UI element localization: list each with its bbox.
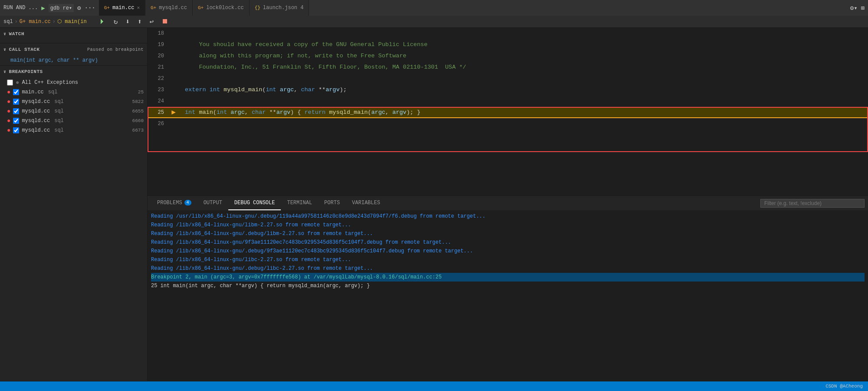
breakpoint-path-5: sql (54, 127, 64, 133)
code-line-23: 23 extern int mysqld_main(int argc, char… (148, 84, 868, 96)
debug-output-line-1: Reading /lib/x86_64-linux-gnu/libm-2.27.… (151, 221, 865, 229)
tab-launch-json[interactable]: {} launch.json 4 (250, 0, 309, 16)
debug-output-line-6: Reading /lib/x86_64-linux-gnu/.debug/lib… (151, 264, 865, 273)
call-stack-label: CALL STACK (9, 47, 40, 52)
line-number-20: 20 (148, 50, 169, 62)
breakpoint-check-2[interactable] (13, 99, 19, 105)
debug-filter-input[interactable] (760, 199, 865, 208)
debug-step-out-button[interactable]: ⬆ (136, 17, 144, 27)
breakpoint-item-5[interactable]: ● mysqld.cc sql 6673 (0, 126, 147, 135)
debug-output-line-5: Reading /lib/x86_64-linux-gnu/libc-2.27.… (151, 255, 865, 264)
breakpoint-check-4[interactable] (13, 118, 19, 124)
line-number-18: 18 (148, 28, 169, 39)
call-stack-section: ∨ CALL STACK Paused on breakpoint main(i… (0, 43, 147, 66)
line-arrow-21 (169, 62, 178, 73)
code-wrapper: 18 19 You should have received a copy of… (148, 28, 868, 129)
breakpoint-check-5[interactable] (13, 127, 19, 133)
line-number-22: 22 (148, 73, 169, 84)
breakpoint-check-0[interactable] (7, 80, 13, 86)
breakpoint-line-4: 6660 (132, 118, 144, 123)
breakpoint-item-2[interactable]: ● mysqld.cc sql 5822 (0, 97, 147, 106)
breakpoint-dot-red-3: ● (7, 108, 10, 115)
breadcrumb-symbol[interactable]: ⬡ main(in (57, 18, 87, 25)
more-options-icon[interactable]: ··· (85, 4, 95, 11)
debug-output-line-2: Reading /lib/x86_64-linux-gnu/.debug/lib… (151, 229, 865, 238)
call-stack-header[interactable]: ∨ CALL STACK Paused on breakpoint (0, 43, 147, 56)
code-line-22: 22 (148, 73, 868, 84)
split-editor-icon[interactable]: ⊞ (861, 4, 865, 12)
breakpoint-path-1: sql (48, 89, 58, 95)
tab-debug-console[interactable]: DEBUG CONSOLE (228, 196, 281, 210)
breakpoints-label: BREAKPOINTS (9, 69, 43, 74)
breadcrumb-bar: sql › G+ main.cc › ⬡ main(in ⏵ ↻ ⬇ ⬆ ↩ ⏹ (0, 16, 868, 28)
call-stack-chevron-icon: ∨ (3, 47, 7, 52)
tab-label-lock: lock0lock.cc (206, 5, 243, 11)
debug-restart-button[interactable]: ↩ (148, 17, 156, 27)
breakpoint-item-3[interactable]: ● mysqld.cc sql 6655 (0, 106, 147, 116)
status-right: CSDN @ACheong (825, 384, 863, 389)
code-line-21: 21 Foundation, Inc., 51 Franklin St, Fif… (148, 62, 868, 73)
line-number-21: 21 (148, 62, 169, 73)
breakpoint-filename-0: All C++ Exceptions (22, 80, 78, 86)
tab-lock0lock-cc[interactable]: G+ lock0lock.cc (193, 0, 250, 16)
line-content-24 (178, 96, 868, 107)
debug-config-select[interactable]: gdb re▾ (49, 4, 74, 12)
code-line-20: 20 along with this program; if not, writ… (148, 50, 868, 62)
watch-header[interactable]: ∨ WATCH (0, 28, 147, 40)
line-number-23: 23 (148, 84, 169, 96)
tab-main-cc[interactable]: G+ main.cc ✕ (99, 0, 145, 16)
tab-icon-main: G+ (104, 5, 110, 10)
call-stack-item[interactable]: main(int argc, char ** argv) (0, 56, 147, 65)
breakpoint-check-1[interactable] (13, 89, 19, 95)
gear-icon[interactable]: ⚙ (77, 4, 81, 12)
debug-stop-button[interactable]: ⏹ (160, 17, 170, 27)
line-number-24: 24 (148, 96, 169, 107)
breakpoint-filename-4: mysqld.cc (22, 118, 50, 124)
debug-output-line-3: Reading /lib/x86_64-linux-gnu/9f3ae11120… (151, 238, 865, 247)
line-content-26 (178, 118, 868, 129)
breakpoints-header[interactable]: ∨ BREAKPOINTS (0, 66, 147, 78)
line-content-19: You should have received a copy of the G… (178, 39, 868, 50)
breakpoint-dot-red-2: ● (7, 98, 10, 105)
code-view[interactable]: 18 19 You should have received a copy of… (148, 28, 868, 196)
tab-ports[interactable]: PORTS (318, 196, 346, 210)
editor-area: 18 19 You should have received a copy of… (148, 28, 868, 381)
tab-output-label: OUTPUT (204, 200, 222, 206)
breakpoint-dot-0: ● (16, 79, 19, 86)
tab-variables[interactable]: VARIABLES (346, 196, 386, 210)
debug-output[interactable]: Reading /usr/lib/x86_64-linux-gnu/.debug… (148, 210, 868, 381)
debug-step-over-button[interactable]: ↻ (112, 17, 120, 27)
line-content-22 (178, 73, 868, 84)
line-content-18 (178, 28, 868, 39)
debug-step-into-button[interactable]: ⬇ (124, 17, 132, 27)
tab-label-mysqld: mysqld.cc (159, 5, 187, 11)
tab-debug-console-label: DEBUG CONSOLE (234, 200, 275, 206)
debug-continue-button[interactable]: ⏵ (97, 17, 108, 27)
play-button[interactable]: ▶ (41, 4, 45, 12)
close-main-tab-icon[interactable]: ✕ (137, 5, 140, 10)
tab-output[interactable]: OUTPUT (197, 196, 228, 210)
breakpoint-item-0[interactable]: ● All C++ Exceptions (0, 78, 147, 87)
watch-section: ∨ WATCH (0, 28, 147, 43)
line-content-25: int main(int argc, char **argv) { return… (178, 107, 868, 118)
line-arrow-22 (169, 73, 178, 84)
breakpoint-line-3: 6655 (132, 109, 144, 114)
tab-problems-label: PROBLEMS (157, 200, 182, 206)
tab-label-launch: launch.json 4 (263, 5, 304, 11)
debug-output-line-8: 25 int main(int argc, char **argv) { ret… (151, 282, 865, 290)
breakpoint-check-3[interactable] (13, 108, 19, 114)
code-line-19: 19 You should have received a copy of th… (148, 39, 868, 50)
breakpoint-item-1[interactable]: ● main.cc sql 25 (0, 87, 147, 97)
run-config-icon[interactable]: ⚙▾ (850, 4, 858, 12)
watch-chevron-icon: ∨ (3, 31, 7, 36)
tab-terminal[interactable]: TERMINAL (281, 196, 318, 210)
breakpoint-item-4[interactable]: ● mysqld.cc sql 6660 (0, 116, 147, 126)
line-arrow-23 (169, 84, 178, 96)
tab-problems[interactable]: PROBLEMS 4 (151, 196, 197, 210)
debug-output-line-4: Reading /lib/x86_64-linux-gnu/.debug/9f3… (151, 247, 865, 255)
line-content-20: along with this program; if not, write t… (178, 50, 868, 62)
breadcrumb-file[interactable]: G+ main.cc (20, 19, 51, 25)
breadcrumb-sql[interactable]: sql (3, 19, 13, 25)
debug-toolbar: ⏵ ↻ ⬇ ⬆ ↩ ⏹ (97, 17, 171, 27)
tab-mysqld-cc[interactable]: G+ mysqld.cc (145, 0, 193, 16)
